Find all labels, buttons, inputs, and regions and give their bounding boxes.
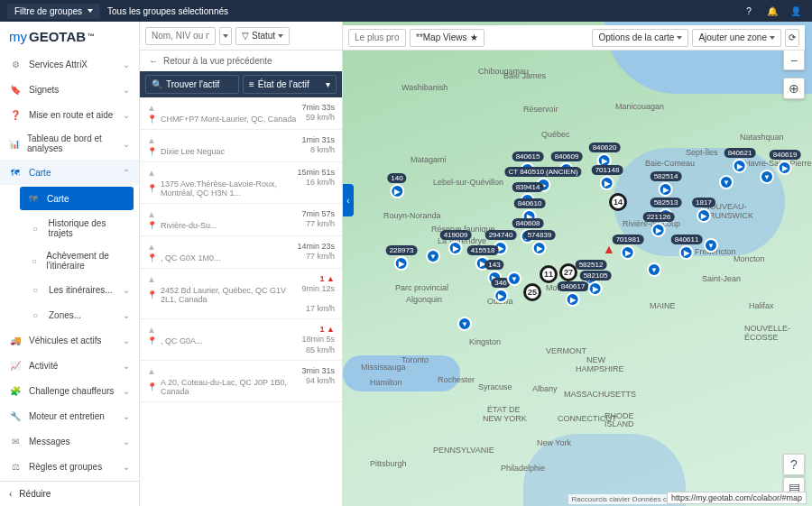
map-marker[interactable]: 840620▶ bbox=[589, 143, 621, 168]
map-cluster[interactable]: 14 bbox=[609, 193, 627, 211]
collapse-panel-button[interactable]: ‹ bbox=[343, 184, 354, 216]
add-zone-button[interactable]: Ajouter une zone bbox=[692, 29, 781, 47]
rules-icon: ⚖ bbox=[9, 460, 22, 473]
map-marker[interactable]: ▼ bbox=[704, 238, 718, 253]
chevron-left-icon: ‹ bbox=[9, 489, 12, 499]
map-marker[interactable]: ▼ bbox=[457, 317, 472, 331]
sidebar-item-4[interactable]: 🗺Carte⌃ bbox=[0, 160, 139, 185]
bell-icon[interactable]: 🔔 bbox=[763, 2, 781, 20]
zoom-out-button[interactable]: − bbox=[784, 50, 804, 69]
chevron-icon: ⌄ bbox=[123, 110, 130, 120]
map-marker[interactable]: 582105▶ bbox=[580, 271, 612, 296]
help-icon[interactable]: ? bbox=[740, 2, 758, 20]
asset-item[interactable]: ▲3min 31s📍A 20, Coteau-du-Lac, QC J0P 1B… bbox=[140, 361, 342, 402]
map-cluster[interactable]: 27 bbox=[559, 263, 577, 281]
sidebar-sub-3[interactable]: ○Les itinéraires...⌄ bbox=[20, 277, 139, 302]
asset-item[interactable]: ▲1 ▲📍2452 Bd Laurier, Québec, QC G1V 2L1… bbox=[140, 269, 342, 319]
user-icon[interactable]: 👤 bbox=[787, 2, 805, 20]
chevron-icon: ⌄ bbox=[123, 386, 130, 396]
map-marker[interactable]: 582514▶ bbox=[651, 171, 682, 197]
map[interactable]: ‹ Nouveau-ComptonChibougamauBaie JamesWa… bbox=[343, 22, 812, 506]
chevron-down-icon bbox=[88, 9, 93, 13]
heading-icon: ▲ bbox=[147, 274, 156, 284]
map-views-button[interactable]: **Map Views ★ bbox=[410, 29, 484, 47]
back-button[interactable]: ← Retour à la vue précédente bbox=[140, 51, 342, 71]
map-marker[interactable]: ▼ bbox=[647, 262, 661, 277]
help-icon: ❓ bbox=[9, 108, 22, 121]
map-marker[interactable]: 701148▶ bbox=[592, 165, 623, 190]
map-marker[interactable]: 701981▶ bbox=[613, 235, 644, 260]
sidebar-item-5[interactable]: 🚚Véhicules et actifs⌄ bbox=[0, 327, 139, 353]
bookmark-icon: 🔖 bbox=[9, 83, 22, 96]
url-display: https://my.geotab.com/colabor/#map bbox=[667, 492, 807, 504]
map-help-button[interactable]: ? bbox=[783, 454, 805, 475]
asset-state-button[interactable]: ≡ État de l'actif ▾ bbox=[243, 75, 337, 94]
asset-item[interactable]: ▲14min 23s📍 , QC G0X 1M0...77 km/h bbox=[140, 236, 342, 269]
map-marker[interactable]: ▼ bbox=[719, 175, 734, 189]
map-marker[interactable]: ▼ bbox=[760, 170, 774, 184]
heading-icon: ▲ bbox=[147, 103, 156, 113]
sidebar-item-9[interactable]: ✉Messages⌄ bbox=[0, 428, 139, 454]
map-marker[interactable]: 840611▶ bbox=[671, 235, 703, 260]
heading-icon: ▲ bbox=[147, 366, 156, 376]
sidebar-item-6[interactable]: 📈Activité⌄ bbox=[0, 353, 139, 378]
alert-marker[interactable]: ▲ bbox=[603, 242, 615, 256]
sidebar-item-1[interactable]: 🔖Signets⌄ bbox=[0, 77, 139, 102]
map-label: Rouyn-Noranda bbox=[383, 211, 441, 220]
sidebar-item-3[interactable]: 📊Tableau de bord et analyses⌄ bbox=[0, 127, 139, 160]
reduce-button[interactable]: ‹ Réduire bbox=[0, 481, 139, 506]
map-label: ÉTAT DE bbox=[487, 405, 521, 414]
map-label: Réservoir bbox=[523, 105, 558, 114]
sidebar-sub-0[interactable]: 🗺Carte bbox=[20, 187, 134, 210]
logo: myGEOTAB™ bbox=[0, 22, 139, 51]
map-marker[interactable]: 221126▶ bbox=[643, 212, 675, 237]
map-marker[interactable]: ▼ bbox=[426, 249, 440, 263]
map-label: Pittsburgh bbox=[370, 459, 407, 468]
sidebar-item-8[interactable]: 🔧Moteur et entretien⌄ bbox=[0, 403, 139, 428]
sidebar-sub-2[interactable]: ○Achèvement de l'itinéraire bbox=[20, 244, 139, 277]
sidebar-item-10[interactable]: ⚖Règles et groupes⌄ bbox=[0, 454, 139, 479]
map-marker[interactable]: 840621▶ bbox=[724, 148, 756, 173]
sidebar-item-0[interactable]: ⚙Services AttriX⌄ bbox=[0, 51, 139, 77]
map-label: Baie James bbox=[503, 71, 546, 80]
map-label: Parc provincial bbox=[395, 283, 448, 292]
pin-icon: 📍 bbox=[147, 115, 157, 124]
gear-icon: ⚙ bbox=[9, 58, 22, 70]
map-label: Syracuse bbox=[478, 382, 512, 391]
refresh-button[interactable]: ⟳ bbox=[785, 29, 799, 47]
map-marker[interactable]: 228973▶ bbox=[386, 245, 418, 271]
map-label: MASSACHUSETTS bbox=[564, 390, 636, 399]
asset-item[interactable]: ▲7min 57s📍 Rivière-du-Su...77 km/h bbox=[140, 204, 342, 236]
map-cluster[interactable]: 11 bbox=[540, 265, 558, 283]
nearest-input[interactable] bbox=[348, 29, 406, 47]
sidebar-item-7[interactable]: 🧩Challenge chauffeurs⌄ bbox=[0, 378, 139, 403]
name-search-input[interactable] bbox=[145, 27, 216, 45]
asset-item[interactable]: ▲15min 51s📍1375 Ave.Thérèse-Lavoie-Roux,… bbox=[140, 162, 342, 204]
map-label: Moncton bbox=[734, 254, 765, 263]
group-filter-button[interactable]: Filtre de groupes bbox=[7, 4, 100, 19]
status-filter-button[interactable]: ▽ Statut bbox=[235, 27, 290, 45]
heading-icon: ▲ bbox=[147, 242, 156, 252]
asset-item[interactable]: ▲7min 33s📍CHMF+P7 Mont-Laurier, QC, Cana… bbox=[140, 97, 342, 130]
locate-button[interactable]: ⊕ bbox=[783, 78, 805, 99]
name-search-more[interactable] bbox=[219, 27, 232, 45]
pin-icon: 📍 bbox=[147, 336, 157, 345]
asset-item[interactable]: ▲1min 31s📍Dixie Lee Neguac8 km/h bbox=[140, 130, 342, 162]
sidebar-sub-1[interactable]: ○Historique des trajets bbox=[20, 212, 139, 244]
map-marker[interactable]: ▼ bbox=[507, 271, 521, 286]
map-marker[interactable]: 1817▶ bbox=[692, 198, 715, 223]
map-label: Québec bbox=[541, 130, 570, 139]
find-asset-button[interactable]: 🔍 Trouver l'actif bbox=[145, 75, 239, 94]
sidebar: myGEOTAB™ ⚙Services AttriX⌄🔖Signets⌄❓Mis… bbox=[0, 22, 140, 506]
map-cluster[interactable]: 25 bbox=[523, 283, 541, 301]
sidebar-item-2[interactable]: ❓Mise en route et aide⌄ bbox=[0, 102, 139, 127]
chevron-icon: ⌄ bbox=[123, 336, 130, 345]
asset-item[interactable]: ▲1 ▲📍 , QC G0A...18min 5s85 km/h bbox=[140, 319, 342, 361]
sidebar-sub-4[interactable]: ○Zones...⌄ bbox=[20, 302, 139, 327]
all-groups-label: Tous les groupes sélectionnés bbox=[107, 6, 228, 16]
dashboard-icon: 📊 bbox=[9, 137, 20, 150]
map-marker[interactable]: 574839▶ bbox=[524, 230, 556, 255]
map-options-button[interactable]: Options de la carte bbox=[592, 29, 688, 47]
map-marker[interactable]: 140▶ bbox=[387, 173, 406, 198]
map-label: Chibougamau bbox=[478, 67, 529, 76]
